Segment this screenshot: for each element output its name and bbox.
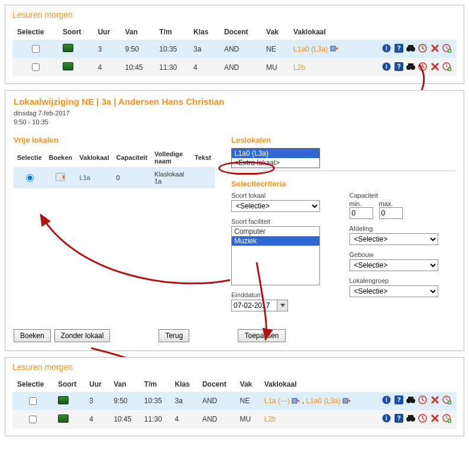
table-header-row: Selectie Boeken Vaklokaal Capaciteit Vol… <box>14 148 215 167</box>
svg-text:?: ? <box>397 397 400 403</box>
col-soort: Soort <box>53 377 85 392</box>
add-clock-icon[interactable] <box>442 62 451 73</box>
label-lokalengroep: Lokalengroep <box>350 277 456 284</box>
info-icon[interactable]: i <box>382 44 391 54</box>
listbox-faciliteit[interactable]: Computer Muziek <box>231 226 320 285</box>
binoculars-icon[interactable] <box>406 44 415 54</box>
vrije-lokalen-table: Selectie Boeken Vaklokaal Capaciteit Vol… <box>14 148 215 188</box>
svg-text:i: i <box>386 397 387 403</box>
leslokalen-option-selected[interactable]: L1a0 (L3a) <box>232 149 319 158</box>
info-icon[interactable]: i <box>382 414 391 424</box>
row-checkbox[interactable] <box>32 45 40 53</box>
table-row[interactable]: 3 9:50 10:35 3a AND NE L1a0 (L3a) i ? <box>12 40 457 58</box>
row-checkbox[interactable] <box>32 63 40 71</box>
leslokalen-option-extra[interactable]: <Extra lokaal> <box>232 158 319 168</box>
vaklokaal-link[interactable]: L1a <box>76 167 112 188</box>
terug-button[interactable]: Terug <box>159 329 189 342</box>
delete-icon[interactable] <box>431 44 439 54</box>
clock-icon[interactable] <box>418 414 427 424</box>
zonder-lokaal-button[interactable]: Zonder lokaal <box>54 329 111 342</box>
delete-icon[interactable] <box>431 395 439 406</box>
select-gebouw[interactable]: <Selectie> <box>350 259 438 271</box>
cell-uur: 4 <box>85 410 109 429</box>
cell-docent: AND <box>219 58 261 76</box>
cell-klas: 3a <box>189 40 219 58</box>
swap-room-icon[interactable] <box>330 45 338 53</box>
date-picker-button[interactable] <box>277 300 288 311</box>
svg-text:i: i <box>386 415 387 422</box>
row-checkbox[interactable] <box>29 397 37 405</box>
help-icon[interactable]: ? <box>394 414 403 424</box>
col-vak: Vak <box>235 377 260 392</box>
swap-room-icon[interactable] <box>292 397 300 405</box>
binoculars-icon[interactable] <box>406 414 415 424</box>
lesson-type-icon[interactable] <box>63 62 73 70</box>
delete-icon[interactable] <box>431 62 439 73</box>
cell-docent: AND <box>198 410 235 429</box>
svg-rect-17 <box>408 63 413 66</box>
cell-van: 9:50 <box>120 40 154 58</box>
svg-text:?: ? <box>397 45 400 52</box>
col-capaciteit: Capaciteit <box>113 148 151 167</box>
col-selectie: Selectie <box>12 377 53 392</box>
col-uur: Uur <box>85 377 109 392</box>
cell-van: 10:45 <box>120 58 154 76</box>
row-checkbox[interactable] <box>29 416 37 423</box>
faciliteit-option[interactable]: Computer <box>232 227 319 236</box>
table-row[interactable]: 4 10:45 11:30 4 AND MU L2b i ? <box>12 410 457 429</box>
binoculars-icon[interactable] <box>406 395 415 406</box>
add-clock-icon[interactable] <box>442 395 451 406</box>
edit-date: dinsdag 7-feb-2017 <box>14 110 70 117</box>
select-afdeling[interactable]: <Selectie> <box>350 233 438 245</box>
row-radio[interactable] <box>26 174 34 182</box>
svg-text:i: i <box>386 63 387 70</box>
add-clock-icon[interactable] <box>442 414 451 424</box>
col-klas: Klas <box>189 24 219 40</box>
book-room-icon[interactable] <box>56 173 65 181</box>
select-lokalengroep[interactable]: <Selectie> <box>350 285 438 297</box>
clock-icon[interactable] <box>418 62 427 73</box>
swap-room-icon[interactable] <box>342 397 351 405</box>
faciliteit-option-selected[interactable]: Muziek <box>232 236 319 246</box>
svg-rect-0 <box>331 46 335 51</box>
col-boeken: Boeken <box>46 148 76 167</box>
input-einddatum[interactable] <box>231 300 277 311</box>
col-volledige-naam: Volledige naam <box>151 148 191 167</box>
binoculars-icon[interactable] <box>406 62 415 73</box>
input-cap-min[interactable] <box>350 207 373 219</box>
svg-rect-22 <box>343 398 348 403</box>
vaklokaal-link[interactable]: L2b <box>293 63 305 72</box>
help-icon[interactable]: ? <box>394 62 403 73</box>
input-cap-max[interactable] <box>379 207 403 219</box>
info-icon[interactable]: i <box>382 395 391 406</box>
add-clock-icon[interactable] <box>442 44 451 54</box>
help-icon[interactable]: ? <box>394 44 403 54</box>
toepassen-button[interactable]: Toepassen <box>238 329 285 342</box>
table-row[interactable]: L1a 0 Klaslokaal 1a <box>14 167 215 188</box>
select-soort-lokaal[interactable]: <Selectie> <box>231 200 320 212</box>
clock-icon[interactable] <box>418 395 427 406</box>
lesson-type-icon[interactable] <box>58 414 69 423</box>
table-row[interactable]: 3 9:50 10:35 3a AND NE L1a (---) , L1a0 … <box>12 392 457 410</box>
help-icon[interactable]: ? <box>394 395 403 406</box>
table-row[interactable]: 4 10:45 11:30 4 AND MU L2b i ? <box>12 58 457 76</box>
clock-icon[interactable] <box>418 44 427 54</box>
col-docent: Docent <box>219 24 261 40</box>
lesuren-morgen-top: Lesuren morgen Selectie Soort Uur Van T/… <box>5 5 464 84</box>
delete-icon[interactable] <box>431 414 439 424</box>
svg-rect-7 <box>408 45 413 48</box>
info-icon[interactable]: i <box>382 62 391 73</box>
lesson-type-icon[interactable] <box>58 396 69 404</box>
col-uur: Uur <box>93 24 120 40</box>
boeken-button[interactable]: Boeken <box>14 329 51 342</box>
lesuren-morgen-bottom: Lesuren morgen Selectie Soort Uur Van T/… <box>5 357 464 436</box>
cell-capaciteit: 0 <box>113 167 151 188</box>
svg-text:?: ? <box>397 63 400 70</box>
lesson-type-icon[interactable] <box>63 44 73 52</box>
col-tm: T/m <box>154 24 189 40</box>
leslokalen-dropdown[interactable]: L1a0 (L3a) <Extra lokaal> <box>231 148 455 168</box>
vaklokaal-link[interactable]: L2b <box>264 415 276 423</box>
vaklokaal-link[interactable]: L1a (---) <box>264 397 290 405</box>
vaklokaal-link[interactable]: L1a0 (L3a) <box>306 397 340 405</box>
vaklokaal-link[interactable]: L1a0 (L3a) <box>293 45 328 53</box>
